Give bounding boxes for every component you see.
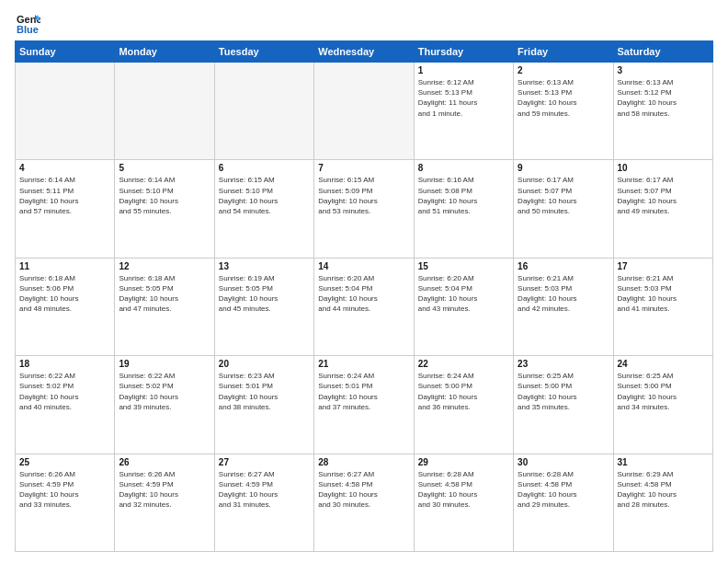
calendar-body: 1Sunrise: 6:12 AMSunset: 5:13 PMDaylight… bbox=[16, 63, 713, 552]
day-cell: 20Sunrise: 6:23 AMSunset: 5:01 PMDayligh… bbox=[214, 356, 313, 454]
day-number: 12 bbox=[119, 261, 210, 271]
day-number: 21 bbox=[318, 359, 409, 369]
day-cell bbox=[16, 63, 115, 160]
day-cell: 30Sunrise: 6:28 AMSunset: 4:58 PMDayligh… bbox=[514, 454, 613, 551]
day-info: Sunrise: 6:25 AMSunset: 5:00 PMDaylight:… bbox=[618, 371, 709, 412]
day-info: Sunrise: 6:18 AMSunset: 5:06 PMDaylight:… bbox=[19, 273, 110, 315]
day-cell: 29Sunrise: 6:28 AMSunset: 4:58 PMDayligh… bbox=[414, 454, 513, 551]
day-number: 28 bbox=[318, 457, 409, 467]
day-number: 27 bbox=[219, 457, 310, 467]
day-cell bbox=[214, 63, 313, 160]
day-info: Sunrise: 6:26 AMSunset: 4:59 PMDaylight:… bbox=[19, 469, 110, 511]
day-info: Sunrise: 6:19 AMSunset: 5:05 PMDaylight:… bbox=[219, 273, 310, 315]
day-cell: 3Sunrise: 6:13 AMSunset: 5:12 PMDaylight… bbox=[613, 63, 712, 160]
day-cell: 17Sunrise: 6:21 AMSunset: 5:03 PMDayligh… bbox=[613, 258, 712, 355]
day-number: 4 bbox=[19, 163, 110, 173]
day-cell: 2Sunrise: 6:13 AMSunset: 5:13 PMDaylight… bbox=[514, 63, 613, 160]
day-number: 26 bbox=[119, 457, 210, 467]
day-number: 29 bbox=[418, 457, 509, 467]
day-info: Sunrise: 6:23 AMSunset: 5:01 PMDaylight:… bbox=[219, 371, 310, 412]
logo: General Blue bbox=[15, 11, 44, 37]
day-info: Sunrise: 6:29 AMSunset: 4:58 PMDaylight:… bbox=[618, 469, 709, 511]
day-number: 3 bbox=[618, 65, 709, 75]
day-cell: 23Sunrise: 6:25 AMSunset: 5:00 PMDayligh… bbox=[514, 356, 613, 454]
day-number: 14 bbox=[318, 261, 409, 271]
day-number: 6 bbox=[219, 163, 310, 173]
day-cell: 31Sunrise: 6:29 AMSunset: 4:58 PMDayligh… bbox=[613, 454, 712, 551]
day-info: Sunrise: 6:28 AMSunset: 4:58 PMDaylight:… bbox=[518, 469, 609, 511]
day-cell bbox=[115, 63, 214, 160]
day-info: Sunrise: 6:21 AMSunset: 5:03 PMDaylight:… bbox=[518, 273, 609, 315]
col-thursday: Thursday bbox=[414, 41, 513, 63]
day-info: Sunrise: 6:28 AMSunset: 4:58 PMDaylight:… bbox=[418, 469, 509, 511]
calendar-table: Sunday Monday Tuesday Wednesday Thursday… bbox=[15, 40, 713, 552]
day-cell: 27Sunrise: 6:27 AMSunset: 4:59 PMDayligh… bbox=[214, 454, 313, 551]
day-info: Sunrise: 6:13 AMSunset: 5:12 PMDaylight:… bbox=[618, 77, 709, 119]
day-cell: 19Sunrise: 6:22 AMSunset: 5:02 PMDayligh… bbox=[115, 356, 214, 454]
col-sunday: Sunday bbox=[16, 41, 115, 63]
day-number: 23 bbox=[518, 359, 609, 369]
day-cell: 8Sunrise: 6:16 AMSunset: 5:08 PMDaylight… bbox=[414, 160, 513, 258]
day-number: 10 bbox=[618, 163, 709, 173]
day-cell bbox=[314, 63, 414, 160]
svg-text:Blue: Blue bbox=[17, 24, 39, 35]
day-number: 25 bbox=[19, 457, 110, 467]
day-cell: 13Sunrise: 6:19 AMSunset: 5:05 PMDayligh… bbox=[214, 258, 313, 355]
day-cell: 16Sunrise: 6:21 AMSunset: 5:03 PMDayligh… bbox=[514, 258, 613, 355]
day-cell: 1Sunrise: 6:12 AMSunset: 5:13 PMDaylight… bbox=[414, 63, 513, 160]
day-number: 13 bbox=[219, 261, 310, 271]
week-row-3: 11Sunrise: 6:18 AMSunset: 5:06 PMDayligh… bbox=[16, 258, 713, 355]
day-cell: 5Sunrise: 6:14 AMSunset: 5:10 PMDaylight… bbox=[115, 160, 214, 258]
week-row-1: 1Sunrise: 6:12 AMSunset: 5:13 PMDaylight… bbox=[16, 63, 713, 160]
day-number: 31 bbox=[618, 457, 709, 467]
day-cell: 9Sunrise: 6:17 AMSunset: 5:07 PMDaylight… bbox=[514, 160, 613, 258]
day-number: 15 bbox=[418, 261, 509, 271]
day-info: Sunrise: 6:18 AMSunset: 5:05 PMDaylight:… bbox=[119, 273, 210, 315]
page-header: General Blue bbox=[15, 11, 713, 37]
col-saturday: Saturday bbox=[613, 41, 712, 63]
day-number: 5 bbox=[119, 163, 210, 173]
day-cell: 25Sunrise: 6:26 AMSunset: 4:59 PMDayligh… bbox=[16, 454, 115, 551]
col-friday: Friday bbox=[514, 41, 613, 63]
day-number: 18 bbox=[19, 359, 110, 369]
day-number: 16 bbox=[518, 261, 609, 271]
week-row-5: 25Sunrise: 6:26 AMSunset: 4:59 PMDayligh… bbox=[16, 454, 713, 551]
day-info: Sunrise: 6:27 AMSunset: 4:59 PMDaylight:… bbox=[219, 469, 310, 511]
day-cell: 24Sunrise: 6:25 AMSunset: 5:00 PMDayligh… bbox=[613, 356, 712, 454]
day-info: Sunrise: 6:17 AMSunset: 5:07 PMDaylight:… bbox=[618, 175, 709, 216]
day-info: Sunrise: 6:26 AMSunset: 4:59 PMDaylight:… bbox=[119, 469, 210, 511]
day-cell: 18Sunrise: 6:22 AMSunset: 5:02 PMDayligh… bbox=[16, 356, 115, 454]
day-number: 7 bbox=[318, 163, 409, 173]
day-info: Sunrise: 6:20 AMSunset: 5:04 PMDaylight:… bbox=[318, 273, 409, 315]
day-info: Sunrise: 6:21 AMSunset: 5:03 PMDaylight:… bbox=[618, 273, 709, 315]
day-info: Sunrise: 6:25 AMSunset: 5:00 PMDaylight:… bbox=[518, 371, 609, 412]
day-cell: 26Sunrise: 6:26 AMSunset: 4:59 PMDayligh… bbox=[115, 454, 214, 551]
day-info: Sunrise: 6:22 AMSunset: 5:02 PMDaylight:… bbox=[119, 371, 210, 412]
day-info: Sunrise: 6:22 AMSunset: 5:02 PMDaylight:… bbox=[19, 371, 110, 412]
day-number: 24 bbox=[618, 359, 709, 369]
day-cell: 11Sunrise: 6:18 AMSunset: 5:06 PMDayligh… bbox=[16, 258, 115, 355]
day-info: Sunrise: 6:14 AMSunset: 5:10 PMDaylight:… bbox=[119, 175, 210, 216]
day-cell: 6Sunrise: 6:15 AMSunset: 5:10 PMDaylight… bbox=[214, 160, 313, 258]
day-cell: 4Sunrise: 6:14 AMSunset: 5:11 PMDaylight… bbox=[16, 160, 115, 258]
week-row-2: 4Sunrise: 6:14 AMSunset: 5:11 PMDaylight… bbox=[16, 160, 713, 258]
day-cell: 7Sunrise: 6:15 AMSunset: 5:09 PMDaylight… bbox=[314, 160, 414, 258]
day-info: Sunrise: 6:17 AMSunset: 5:07 PMDaylight:… bbox=[518, 175, 609, 216]
header-row: Sunday Monday Tuesday Wednesday Thursday… bbox=[16, 41, 713, 63]
week-row-4: 18Sunrise: 6:22 AMSunset: 5:02 PMDayligh… bbox=[16, 356, 713, 454]
day-cell: 21Sunrise: 6:24 AMSunset: 5:01 PMDayligh… bbox=[314, 356, 414, 454]
day-info: Sunrise: 6:15 AMSunset: 5:10 PMDaylight:… bbox=[219, 175, 310, 216]
day-number: 2 bbox=[518, 65, 609, 75]
day-info: Sunrise: 6:14 AMSunset: 5:11 PMDaylight:… bbox=[19, 175, 110, 216]
day-number: 30 bbox=[518, 457, 609, 467]
day-cell: 12Sunrise: 6:18 AMSunset: 5:05 PMDayligh… bbox=[115, 258, 214, 355]
day-info: Sunrise: 6:20 AMSunset: 5:04 PMDaylight:… bbox=[418, 273, 509, 315]
day-number: 17 bbox=[618, 261, 709, 271]
calendar-header: Sunday Monday Tuesday Wednesday Thursday… bbox=[16, 41, 713, 63]
day-number: 9 bbox=[518, 163, 609, 173]
day-number: 22 bbox=[418, 359, 509, 369]
day-cell: 28Sunrise: 6:27 AMSunset: 4:58 PMDayligh… bbox=[314, 454, 414, 551]
day-cell: 22Sunrise: 6:24 AMSunset: 5:00 PMDayligh… bbox=[414, 356, 513, 454]
day-number: 19 bbox=[119, 359, 210, 369]
day-info: Sunrise: 6:13 AMSunset: 5:13 PMDaylight:… bbox=[518, 77, 609, 119]
